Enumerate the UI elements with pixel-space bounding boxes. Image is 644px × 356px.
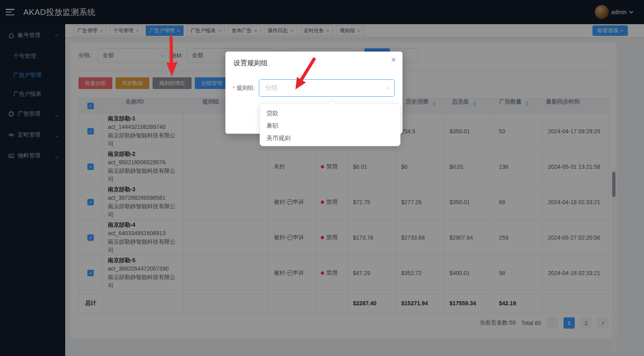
rule-group-dropdown: 贷款 兼职 美币规则 [260,103,400,146]
required-mark: * [233,85,235,91]
dropdown-option[interactable]: 兼职 [260,119,400,132]
dropdown-option[interactable]: 美币规则 [260,132,400,144]
rule-group-field: * 规则组: 分组 [233,79,395,97]
select-placeholder: 分组 [265,84,386,92]
close-icon[interactable]: × [391,56,396,64]
dropdown-options: 贷款 兼职 美币规则 [260,103,400,147]
chevron-up-icon [386,87,389,90]
rule-group-select[interactable]: 分组 [259,79,395,97]
dropdown-option[interactable]: 贷款 [260,107,400,119]
dialog-title: 设置规则组 [233,58,268,68]
rule-group-label: 规则组: [236,85,255,92]
